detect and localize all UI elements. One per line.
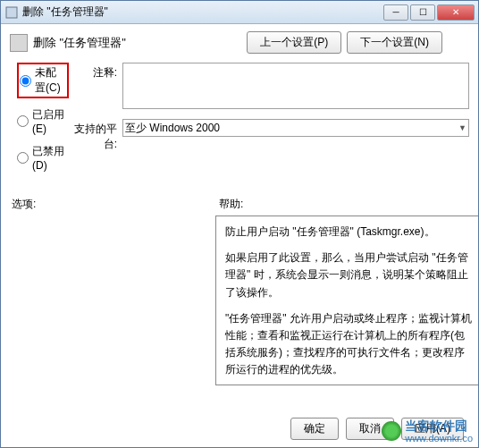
section-labels: 选项: 帮助: [10,197,469,212]
comment-textarea[interactable] [122,63,469,109]
maximize-button[interactable]: ☐ [410,4,435,21]
config-area: 未配置(C) 已启用(E) 已禁用(D) 注释: [10,63,469,181]
nav-buttons: 上一个设置(P) 下一个设置(N) [247,31,442,54]
content-area: 删除 "任务管理器" 上一个设置(P) 下一个设置(N) 未配置(C) 已启用(… [1,24,478,393]
radio-column: 未配置(C) 已启用(E) 已禁用(D) [10,63,69,181]
app-icon [4,5,19,20]
watermark-text: 当客软件园 www.downkr.co [405,419,473,444]
radio-not-configured-row: 未配置(C) [17,63,69,98]
policy-icon [10,34,28,52]
next-setting-button[interactable]: 下一个设置(N) [347,31,442,54]
help-paragraph: 防止用户启动 "任务管理器" (Taskmgr.exe)。 [225,224,474,241]
help-panel: 防止用户启动 "任务管理器" (Taskmgr.exe)。 如果启用了此设置，那… [215,216,479,385]
platform-row: 支持的平台: 至少 Windows 2000 ▼ [69,119,469,152]
radio-disabled-row: 已禁用(D) [17,144,69,172]
platform-value: 至少 Windows 2000 [125,121,220,136]
radio-disabled[interactable] [17,152,29,164]
highlight-box: 未配置(C) [17,63,69,98]
watermark-line1: 当客软件园 [405,419,473,433]
window-controls: ─ ☐ ✕ [383,4,475,21]
radio-disabled-label: 已禁用(D) [32,144,69,172]
dialog-window: 删除 "任务管理器" ─ ☐ ✕ 删除 "任务管理器" 上一个设置(P) 下一个… [0,0,479,448]
help-paragraph: "任务管理器" 允许用户启动或终止程序；监视计算机性能；查看和监视正运行在计算机… [225,310,474,379]
policy-title: 删除 "任务管理器" [33,35,247,51]
platform-select[interactable]: 至少 Windows 2000 ▼ [122,119,469,137]
comment-label: 注释: [69,63,122,80]
radio-not-configured[interactable] [20,75,31,87]
radio-enabled[interactable] [17,115,29,127]
right-column: 注释: 支持的平台: 至少 Windows 2000 ▼ [69,63,469,181]
comment-row: 注释: [69,63,469,112]
watermark: 当客软件园 www.downkr.co [382,419,473,444]
options-label: 选项: [12,197,219,212]
header-row: 删除 "任务管理器" 上一个设置(P) 下一个设置(N) [10,31,469,54]
titlebar[interactable]: 删除 "任务管理器" ─ ☐ ✕ [1,1,478,24]
watermark-logo-icon [382,421,401,441]
chevron-down-icon: ▼ [458,123,466,132]
svg-rect-0 [6,7,17,18]
radio-not-configured-label: 未配置(C) [35,65,66,96]
radio-enabled-row: 已启用(E) [17,107,69,135]
help-paragraph: 如果启用了此设置，那么，当用户尝试启动 "任务管理器" 时，系统会显示一则消息，… [225,249,474,301]
help-label: 帮助: [219,197,243,212]
minimize-button[interactable]: ─ [383,4,408,21]
ok-button[interactable]: 确定 [290,418,339,440]
previous-setting-button[interactable]: 上一个设置(P) [247,31,341,54]
window-title: 删除 "任务管理器" [22,4,383,20]
watermark-line2: www.downkr.co [405,433,473,444]
radio-enabled-label: 已启用(E) [32,107,69,135]
platform-label: 支持的平台: [69,119,122,152]
close-button[interactable]: ✕ [437,4,475,21]
